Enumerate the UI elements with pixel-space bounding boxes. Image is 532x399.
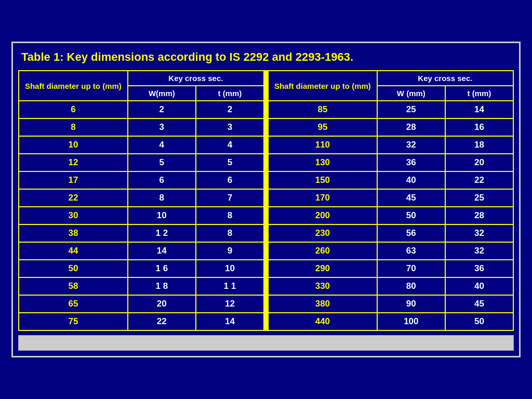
w-value: 3 bbox=[128, 118, 196, 136]
table-row: 85 25 14 bbox=[268, 101, 513, 118]
table-row: 95 28 16 bbox=[268, 118, 513, 136]
t-value: 8 bbox=[196, 207, 264, 224]
table-row: 65 20 12 bbox=[19, 295, 264, 313]
right-key-header: Key cross sec. bbox=[377, 71, 513, 86]
w-value: 45 bbox=[377, 189, 445, 207]
w-value: 4 bbox=[128, 136, 196, 154]
table-row: 440 100 50 bbox=[268, 313, 513, 330]
right-w-header: W (mm) bbox=[377, 86, 445, 101]
shaft-value: 95 bbox=[268, 118, 377, 136]
w-value: 90 bbox=[377, 295, 445, 313]
w-value: 80 bbox=[377, 277, 445, 295]
w-value: 40 bbox=[377, 171, 445, 189]
w-value: 70 bbox=[377, 260, 445, 277]
table-row: 6 2 2 bbox=[19, 101, 264, 118]
shaft-value: 170 bbox=[268, 189, 377, 207]
shaft-value: 6 bbox=[19, 101, 128, 118]
left-t-header: t (mm) bbox=[196, 86, 264, 101]
shaft-value: 330 bbox=[268, 277, 377, 295]
t-value: 14 bbox=[196, 313, 264, 330]
w-value: 22 bbox=[128, 313, 196, 330]
right-t-header: t (mm) bbox=[445, 86, 513, 101]
shaft-value: 58 bbox=[19, 277, 128, 295]
table-row: 22 8 7 bbox=[19, 189, 264, 207]
table-row: 130 36 20 bbox=[268, 154, 513, 171]
table-row: 58 1 8 1 1 bbox=[19, 277, 264, 295]
shaft-value: 22 bbox=[19, 189, 128, 207]
table-row: 38 1 2 8 bbox=[19, 224, 264, 242]
shaft-value: 230 bbox=[268, 224, 377, 242]
table-row: 8 3 3 bbox=[19, 118, 264, 136]
table-row: 10 4 4 bbox=[19, 136, 264, 154]
shaft-value: 65 bbox=[19, 295, 128, 313]
w-value: 50 bbox=[377, 207, 445, 224]
table-row: 50 1 6 10 bbox=[19, 260, 264, 277]
w-value: 1 8 bbox=[128, 277, 196, 295]
table-row: 260 63 32 bbox=[268, 242, 513, 260]
w-value: 8 bbox=[128, 189, 196, 207]
w-value: 100 bbox=[377, 313, 445, 330]
t-value: 12 bbox=[196, 295, 264, 313]
shaft-value: 130 bbox=[268, 154, 377, 171]
table-row: 17 6 6 bbox=[19, 171, 264, 189]
w-value: 56 bbox=[377, 224, 445, 242]
t-value: 20 bbox=[445, 154, 513, 171]
shaft-value: 260 bbox=[268, 242, 377, 260]
w-value: 32 bbox=[377, 136, 445, 154]
t-value: 10 bbox=[196, 260, 264, 277]
w-value: 14 bbox=[128, 242, 196, 260]
shaft-value: 75 bbox=[19, 313, 128, 330]
t-value: 9 bbox=[196, 242, 264, 260]
shaft-value: 10 bbox=[19, 136, 128, 154]
right-shaft-header: Shaft diameter up to (mm) bbox=[268, 71, 377, 101]
t-value: 22 bbox=[445, 171, 513, 189]
t-value: 6 bbox=[196, 171, 264, 189]
w-value: 10 bbox=[128, 207, 196, 224]
left-shaft-header: Shaft diameter up to (mm) bbox=[19, 71, 128, 101]
left-key-header: Key cross sec. bbox=[128, 71, 264, 86]
table-row: 12 5 5 bbox=[19, 154, 264, 171]
shaft-value: 50 bbox=[19, 260, 128, 277]
t-value: 1 1 bbox=[196, 277, 264, 295]
left-table: Shaft diameter up to (mm) Key cross sec.… bbox=[18, 70, 264, 331]
t-value: 40 bbox=[445, 277, 513, 295]
t-value: 25 bbox=[445, 189, 513, 207]
table-row: 110 32 18 bbox=[268, 136, 513, 154]
shaft-value: 17 bbox=[19, 171, 128, 189]
w-value: 1 6 bbox=[128, 260, 196, 277]
table-row: 150 40 22 bbox=[268, 171, 513, 189]
shaft-value: 110 bbox=[268, 136, 377, 154]
w-value: 36 bbox=[377, 154, 445, 171]
right-table: Shaft diameter up to (mm) Key cross sec.… bbox=[268, 70, 514, 331]
table-row: 330 80 40 bbox=[268, 277, 513, 295]
table-title: Table 1: Key dimensions according to IS … bbox=[18, 48, 514, 66]
shaft-value: 8 bbox=[19, 118, 128, 136]
shaft-value: 290 bbox=[268, 260, 377, 277]
tables-wrapper: Shaft diameter up to (mm) Key cross sec.… bbox=[18, 70, 514, 331]
w-value: 5 bbox=[128, 154, 196, 171]
t-value: 18 bbox=[445, 136, 513, 154]
table-row: 380 90 45 bbox=[268, 295, 513, 313]
table-row: 44 14 9 bbox=[19, 242, 264, 260]
shaft-value: 12 bbox=[19, 154, 128, 171]
w-value: 63 bbox=[377, 242, 445, 260]
table-row: 290 70 36 bbox=[268, 260, 513, 277]
t-value: 32 bbox=[445, 242, 513, 260]
bottom-bar bbox=[18, 335, 514, 351]
shaft-value: 200 bbox=[268, 207, 377, 224]
t-value: 4 bbox=[196, 136, 264, 154]
table-row: 30 10 8 bbox=[19, 207, 264, 224]
w-value: 2 bbox=[128, 101, 196, 118]
t-value: 8 bbox=[196, 224, 264, 242]
shaft-value: 30 bbox=[19, 207, 128, 224]
left-w-header: W(mm) bbox=[128, 86, 196, 101]
w-value: 25 bbox=[377, 101, 445, 118]
shaft-value: 44 bbox=[19, 242, 128, 260]
t-value: 45 bbox=[445, 295, 513, 313]
w-value: 6 bbox=[128, 171, 196, 189]
t-value: 14 bbox=[445, 101, 513, 118]
t-value: 50 bbox=[445, 313, 513, 330]
table-row: 230 56 32 bbox=[268, 224, 513, 242]
w-value: 20 bbox=[128, 295, 196, 313]
shaft-value: 380 bbox=[268, 295, 377, 313]
